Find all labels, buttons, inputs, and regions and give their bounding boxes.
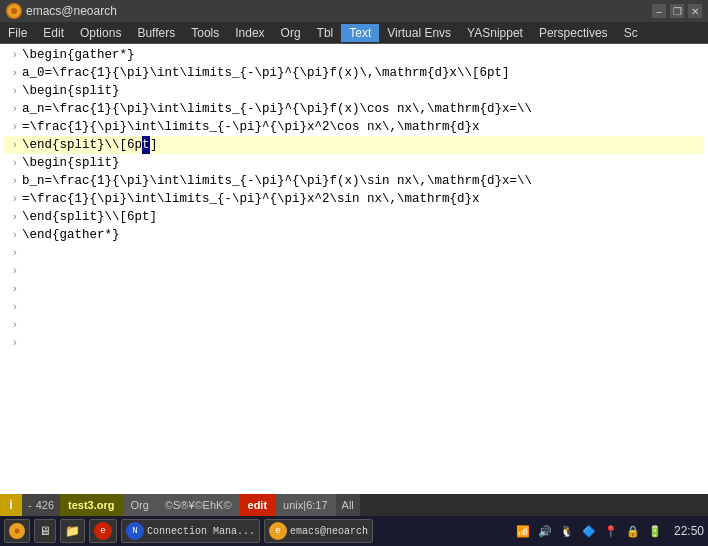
tray-icon-2: 🔊 xyxy=(536,522,554,540)
menubar-item-index[interactable]: Index xyxy=(227,24,272,42)
line-2: ›\begin{split} xyxy=(4,82,704,100)
line-8: ›=\frac{1}{\pi}\int\limits_{-\pi}^{\pi}x… xyxy=(4,190,704,208)
line-gutter-8: › xyxy=(4,190,18,208)
taskbar-time: 22:50 xyxy=(674,524,704,538)
menubar: FileEditOptionsBuffersToolsIndexOrgTblTe… xyxy=(0,22,708,44)
tray-icon-4: 📍 xyxy=(602,522,620,540)
status-edit: edit xyxy=(240,494,276,516)
menubar-item-text[interactable]: Text xyxy=(341,24,379,42)
line-17 xyxy=(4,352,704,370)
line-gutter-0: › xyxy=(4,46,18,64)
tray-icon-3: 🔷 xyxy=(580,522,598,540)
line-13: › xyxy=(4,280,704,298)
menubar-item-tbl[interactable]: Tbl xyxy=(309,24,342,42)
maximize-button[interactable]: ❐ xyxy=(670,4,684,18)
status-encoding: ©S®¥©EhK© xyxy=(157,494,240,516)
tray-icon-5: 🔒 xyxy=(624,522,642,540)
status-number: 426 xyxy=(36,499,54,511)
emacs-taskbar-icon xyxy=(9,523,25,539)
taskbar-files[interactable]: 📁 xyxy=(60,519,85,543)
status-line-number: - 426 xyxy=(22,494,60,516)
line-4: ›=\frac{1}{\pi}\int\limits_{-\pi}^{\pi}x… xyxy=(4,118,704,136)
taskbar-emacs-icon[interactable] xyxy=(4,519,30,543)
taskbar-emacs-window[interactable]: e emacs@neoarch xyxy=(264,519,373,543)
line-gutter-14: › xyxy=(4,298,18,316)
line-gutter-3: › xyxy=(4,100,18,118)
line-1: ›a_0=\frac{1}{\pi}\int\limits_{-\pi}^{\p… xyxy=(4,64,704,82)
emacs-icon xyxy=(6,3,22,19)
menubar-item-tools[interactable]: Tools xyxy=(183,24,227,42)
line-gutter-4: › xyxy=(4,118,18,136)
line-text-8: =\frac{1}{\pi}\int\limits_{-\pi}^{\pi}x^… xyxy=(22,190,480,208)
menubar-item-buffers[interactable]: Buffers xyxy=(129,24,183,42)
line-3: ›a_n=\frac{1}{\pi}\int\limits_{-\pi}^{\p… xyxy=(4,100,704,118)
menubar-item-options[interactable]: Options xyxy=(72,24,129,42)
menubar-item-file[interactable]: File xyxy=(0,24,35,42)
window-title: emacs@neoarch xyxy=(26,4,117,18)
statusbar: i - 426 test3.org Org ©S®¥©EhK© edit uni… xyxy=(0,494,708,516)
line-16: › xyxy=(4,334,704,352)
line-9: ›\end{split}\\[6pt] xyxy=(4,208,704,226)
line-gutter-16: › xyxy=(4,334,18,352)
status-all: All xyxy=(336,494,360,516)
line-gutter-13: › xyxy=(4,280,18,298)
line-text-6: \begin{split} xyxy=(22,154,120,172)
taskbar-tray: 📶 🔊 🐧 🔷 📍 🔒 🔋 22:50 xyxy=(514,522,704,540)
line-18 xyxy=(4,370,704,388)
line-7: ›b_n=\frac{1}{\pi}\int\limits_{-\pi}^{\p… xyxy=(4,172,704,190)
line-5: ›\end{split}\\[6pt] xyxy=(4,136,704,154)
titlebar-left: emacs@neoarch xyxy=(6,3,117,19)
line-0: ›\begin{gather*} xyxy=(4,46,704,64)
close-button[interactable]: ✕ xyxy=(688,4,702,18)
editor-content[interactable]: ›\begin{gather*}›a_0=\frac{1}{\pi}\int\l… xyxy=(0,44,708,494)
line-text-10: \end{gather*} xyxy=(22,226,120,244)
line-text-2: \begin{split} xyxy=(22,82,120,100)
taskbar: 🖥 📁 e N Connection Mana... e emacs@neoar… xyxy=(0,516,708,546)
network-icon: N xyxy=(126,522,144,540)
emacs-window-icon: e xyxy=(269,522,287,540)
line-text-9: \end{split}\\[6pt] xyxy=(22,208,157,226)
editor[interactable]: ›\begin{gather*}›a_0=\frac{1}{\pi}\int\l… xyxy=(0,44,708,494)
taskbar-connection-manager[interactable]: N Connection Mana... xyxy=(121,519,260,543)
line-gutter-10: › xyxy=(4,226,18,244)
emacs-app-icon: e xyxy=(94,522,112,540)
menubar-item-yasnippet[interactable]: YASnippet xyxy=(459,24,531,42)
taskbar-emacs-app[interactable]: e xyxy=(89,519,117,543)
menubar-item-perspectives[interactable]: Perspectives xyxy=(531,24,616,42)
status-mode: Org xyxy=(123,494,157,516)
line-text-7: b_n=\frac{1}{\pi}\int\limits_{-\pi}^{\pi… xyxy=(22,172,532,190)
menubar-item-org[interactable]: Org xyxy=(273,24,309,42)
line-text-5: \end{split}\\[6pt] xyxy=(22,136,158,154)
line-11: › xyxy=(4,244,704,262)
line-gutter-12: › xyxy=(4,262,18,280)
line-text-0: \begin{gather*} xyxy=(22,46,135,64)
folder-icon: 📁 xyxy=(65,524,80,539)
line-gutter-7: › xyxy=(4,172,18,190)
cursor: t xyxy=(142,136,150,154)
line-gutter-5: › xyxy=(4,136,18,154)
status-dash: - xyxy=(28,499,32,511)
line-14: › xyxy=(4,298,704,316)
line-text-4: =\frac{1}{\pi}\int\limits_{-\pi}^{\pi}x^… xyxy=(22,118,480,136)
svg-point-1 xyxy=(11,8,17,14)
line-gutter-2: › xyxy=(4,82,18,100)
status-icon: i xyxy=(0,494,22,516)
status-filename: test3.org xyxy=(60,494,122,516)
taskbar-show-desktop[interactable]: 🖥 xyxy=(34,519,56,543)
line-gutter-6: › xyxy=(4,154,18,172)
window-controls: – ❐ ✕ xyxy=(652,4,702,18)
menubar-item-edit[interactable]: Edit xyxy=(35,24,72,42)
titlebar: emacs@neoarch – ❐ ✕ xyxy=(0,0,708,22)
menubar-item-virtual-envs[interactable]: Virtual Envs xyxy=(379,24,459,42)
line-15: › xyxy=(4,316,704,334)
emacs-window-label: emacs@neoarch xyxy=(290,526,368,537)
svg-point-3 xyxy=(15,529,20,534)
desktop-icon: 🖥 xyxy=(39,524,51,539)
line-gutter-9: › xyxy=(4,208,18,226)
line-19 xyxy=(4,388,704,406)
line-6: ›\begin{split} xyxy=(4,154,704,172)
minimize-button[interactable]: – xyxy=(652,4,666,18)
line-text-3: a_n=\frac{1}{\pi}\int\limits_{-\pi}^{\pi… xyxy=(22,100,532,118)
menubar-item-sc[interactable]: Sc xyxy=(616,24,646,42)
tray-icon-6: 🔋 xyxy=(646,522,664,540)
